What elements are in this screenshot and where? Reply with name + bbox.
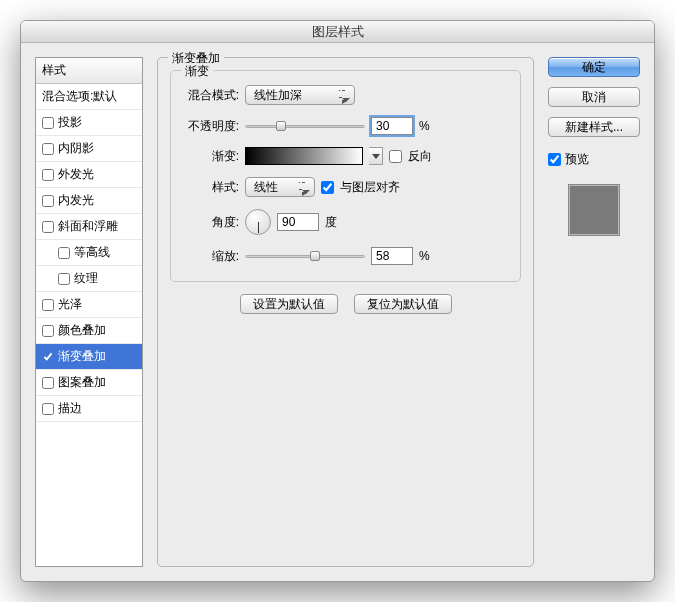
style-row-1[interactable]: 内阴影	[36, 136, 142, 162]
style-checkbox[interactable]	[42, 117, 54, 129]
blend-mode-row: 混合模式: 线性加深	[183, 85, 508, 105]
reverse-label: 反向	[408, 148, 432, 165]
style-select[interactable]: 线性	[245, 177, 315, 197]
style-checkbox[interactable]	[42, 377, 54, 389]
style-row-5[interactable]: 等高线	[36, 240, 142, 266]
blend-mode-value: 线性加深	[254, 87, 302, 104]
align-label: 与图层对齐	[340, 179, 400, 196]
style-row-4[interactable]: 斜面和浮雕	[36, 214, 142, 240]
angle-row: 角度: 度	[183, 209, 508, 235]
set-default-button[interactable]: 设置为默认值	[240, 294, 338, 314]
scale-unit: %	[419, 249, 430, 263]
angle-unit: 度	[325, 214, 337, 231]
style-row-7[interactable]: 光泽	[36, 292, 142, 318]
style-checkbox[interactable]	[58, 273, 70, 285]
layer-style-dialog: 图层样式 样式 混合选项:默认 投影内阴影外发光内发光斜面和浮雕等高线纹理光泽颜…	[20, 20, 655, 582]
angle-dial[interactable]	[245, 209, 271, 235]
style-row-label: 渐变叠加	[58, 348, 106, 365]
style-row-9[interactable]: 渐变叠加	[36, 344, 142, 370]
gradient-dropdown-caret[interactable]	[369, 147, 383, 165]
ok-button[interactable]: 确定	[548, 57, 640, 77]
style-row-label: 纹理	[74, 270, 98, 287]
style-row-label: 内发光	[58, 192, 94, 209]
style-checkbox[interactable]	[42, 403, 54, 415]
style-list: 样式 混合选项:默认 投影内阴影外发光内发光斜面和浮雕等高线纹理光泽颜色叠加渐变…	[35, 57, 143, 567]
style-checkbox[interactable]	[42, 351, 54, 363]
style-list-header: 样式	[36, 58, 142, 84]
style-row-6[interactable]: 纹理	[36, 266, 142, 292]
blend-mode-label: 混合模式:	[183, 87, 239, 104]
opacity-row: 不透明度: %	[183, 117, 508, 135]
options-panel: 渐变叠加 渐变 混合模式: 线性加深 不透明度:	[157, 57, 534, 567]
blending-options-row[interactable]: 混合选项:默认	[36, 84, 142, 110]
preview-label: 预览	[565, 151, 589, 168]
style-row-2[interactable]: 外发光	[36, 162, 142, 188]
right-pane: 确定 取消 新建样式... 预览	[548, 57, 640, 567]
style-row-label: 内阴影	[58, 140, 94, 157]
inner-group-title: 渐变	[181, 63, 213, 80]
style-row-8[interactable]: 颜色叠加	[36, 318, 142, 344]
new-style-button[interactable]: 新建样式...	[548, 117, 640, 137]
style-label: 样式:	[183, 179, 239, 196]
titlebar: 图层样式	[21, 21, 654, 43]
gradient-row: 渐变: 反向	[183, 147, 508, 165]
style-row-label: 外发光	[58, 166, 94, 183]
style-row-10[interactable]: 图案叠加	[36, 370, 142, 396]
preview-swatch	[568, 184, 620, 236]
cancel-button[interactable]: 取消	[548, 87, 640, 107]
align-checkbox[interactable]	[321, 181, 334, 194]
style-row-label: 等高线	[74, 244, 110, 261]
gradient-label: 渐变:	[183, 148, 239, 165]
style-row-11[interactable]: 描边	[36, 396, 142, 422]
style-row-0[interactable]: 投影	[36, 110, 142, 136]
style-row-label: 颜色叠加	[58, 322, 106, 339]
scale-slider[interactable]	[245, 249, 365, 263]
style-checkbox[interactable]	[42, 221, 54, 233]
style-row-label: 描边	[58, 400, 82, 417]
opacity-label: 不透明度:	[183, 118, 239, 135]
style-value: 线性	[254, 179, 278, 196]
style-row: 样式: 线性 与图层对齐	[183, 177, 508, 197]
opacity-unit: %	[419, 119, 430, 133]
style-row-label: 光泽	[58, 296, 82, 313]
style-checkbox[interactable]	[42, 195, 54, 207]
opacity-input[interactable]	[371, 117, 413, 135]
style-row-label: 投影	[58, 114, 82, 131]
gradient-swatch[interactable]	[245, 147, 363, 165]
window-title: 图层样式	[312, 23, 364, 41]
blend-mode-select[interactable]: 线性加深	[245, 85, 355, 105]
blending-options-label: 混合选项:默认	[42, 88, 117, 105]
style-checkbox[interactable]	[42, 169, 54, 181]
angle-label: 角度:	[183, 214, 239, 231]
scale-row: 缩放: %	[183, 247, 508, 265]
style-checkbox[interactable]	[42, 143, 54, 155]
style-row-3[interactable]: 内发光	[36, 188, 142, 214]
scale-input[interactable]	[371, 247, 413, 265]
preview-checkbox[interactable]	[548, 153, 561, 166]
style-checkbox[interactable]	[58, 247, 70, 259]
preview-row: 预览	[548, 151, 640, 168]
opacity-slider[interactable]	[245, 119, 365, 133]
default-buttons-row: 设置为默认值 复位为默认值	[170, 294, 521, 314]
angle-input[interactable]	[277, 213, 319, 231]
gradient-overlay-group: 渐变叠加 渐变 混合模式: 线性加深 不透明度:	[157, 57, 534, 567]
style-checkbox[interactable]	[42, 299, 54, 311]
reverse-checkbox[interactable]	[389, 150, 402, 163]
style-row-label: 斜面和浮雕	[58, 218, 118, 235]
style-checkbox[interactable]	[42, 325, 54, 337]
style-row-label: 图案叠加	[58, 374, 106, 391]
scale-label: 缩放:	[183, 248, 239, 265]
dialog-content: 样式 混合选项:默认 投影内阴影外发光内发光斜面和浮雕等高线纹理光泽颜色叠加渐变…	[21, 43, 654, 581]
gradient-inner-group: 渐变 混合模式: 线性加深 不透明度:	[170, 70, 521, 282]
reset-default-button[interactable]: 复位为默认值	[354, 294, 452, 314]
